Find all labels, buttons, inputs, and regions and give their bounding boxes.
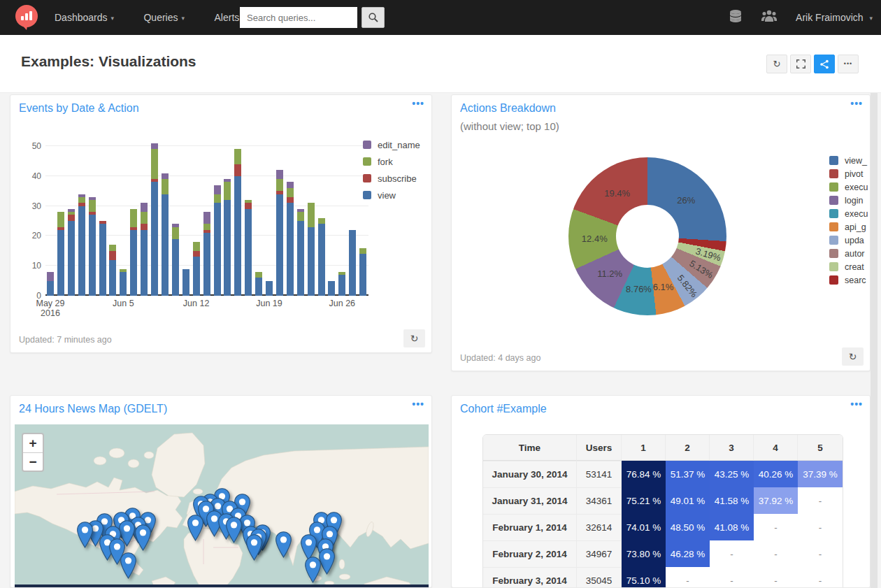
bar-segment-fork xyxy=(78,197,85,203)
widget-title-link[interactable]: 24 Hours News Map (GDELT) xyxy=(19,403,167,415)
groups-icon[interactable] xyxy=(761,9,778,26)
legend-label: edit_name xyxy=(378,140,420,150)
cohort-value-cell: 75.21 % xyxy=(622,487,666,514)
legend-item-creat[interactable]: creat xyxy=(829,260,871,273)
legend-item-pivot[interactable]: pivot xyxy=(829,167,871,180)
bar-segment-fork xyxy=(255,272,262,278)
map-marker-pin[interactable] xyxy=(275,531,292,558)
bar-chart-legend: edit_nameforksubscribeview xyxy=(363,138,420,206)
bar-segment-fork xyxy=(193,242,200,251)
fullscreen-icon xyxy=(796,59,805,69)
bar-segment-fork xyxy=(276,179,283,191)
bar-segment-view xyxy=(99,224,106,296)
map-marker-pin[interactable] xyxy=(134,524,152,551)
legend-swatch xyxy=(829,262,838,271)
legend-item-subscribe[interactable]: subscribe xyxy=(363,172,420,185)
leaflet-map[interactable]: + − xyxy=(15,424,429,588)
share-button[interactable] xyxy=(814,55,835,73)
bar-segment-view xyxy=(287,203,294,296)
legend-item-upda[interactable]: upda xyxy=(829,234,871,247)
cohort-value-cell: - xyxy=(798,567,843,588)
legend-label: view_ xyxy=(845,156,867,166)
widget-refresh-button[interactable]: ↻ xyxy=(842,347,864,366)
bar-segment-fork xyxy=(89,200,96,212)
map-marker-pin[interactable] xyxy=(120,552,137,579)
legend-item-edit_name[interactable]: edit_name xyxy=(363,138,420,151)
refresh-dashboard-button[interactable]: ↻ xyxy=(766,55,787,73)
widget-menu-button[interactable]: ••• xyxy=(850,399,863,410)
search-icon xyxy=(368,12,379,23)
y-tick-label: 10 xyxy=(22,261,41,271)
cohort-value-cell: - xyxy=(754,567,798,588)
legend-item-searc[interactable]: searc xyxy=(829,273,871,287)
cohort-value-cell: 46.28 % xyxy=(666,540,710,567)
cohort-value-cell: - xyxy=(710,567,754,588)
bar-segment-view xyxy=(141,230,148,296)
cohort-value-cell: 37.39 % xyxy=(798,461,843,487)
bar-segment-subscribe xyxy=(234,164,241,176)
donut-chart: 26%3.19%5.13%5.82%6.1%8.76%11.2%12.4%19.… xyxy=(568,157,726,315)
cohort-time-cell: February 2, 2014 xyxy=(483,540,577,567)
widget-menu-button[interactable]: ••• xyxy=(412,399,424,410)
bar-segment-view xyxy=(172,239,179,296)
widget-title-link[interactable]: Cohort #Example xyxy=(460,403,547,415)
legend-item-login[interactable]: login xyxy=(829,194,871,207)
nav-item-queries[interactable]: Queries▾ xyxy=(135,0,193,36)
bar-segment-subscribe xyxy=(109,251,116,260)
bar-segment-edit_name xyxy=(78,194,85,197)
widget-title-link[interactable]: Actions Breakdown xyxy=(460,102,556,115)
legend-item-execu[interactable]: execu xyxy=(829,207,871,220)
legend-label: subscribe xyxy=(378,173,417,184)
legend-swatch xyxy=(829,169,838,178)
map-marker-pin[interactable] xyxy=(304,557,322,583)
bar-segment-view xyxy=(151,182,158,296)
bar-segment-fork xyxy=(308,203,315,227)
bar-segment-edit_name xyxy=(224,179,231,182)
gridline xyxy=(45,145,368,146)
widget-updated-text: Updated: 4 days ago xyxy=(460,353,540,363)
bar-segment-subscribe xyxy=(276,191,283,194)
data-sources-icon[interactable] xyxy=(729,9,743,26)
fullscreen-button[interactable] xyxy=(790,55,811,73)
bar-segment-view xyxy=(349,230,356,296)
bar-chart-y-axis: 01020304050 xyxy=(22,141,41,296)
legend-item-fork[interactable]: fork xyxy=(363,155,420,168)
cohort-value-cell: 51.37 % xyxy=(666,461,710,487)
bar-segment-fork xyxy=(359,248,366,254)
cohort-row: January 30, 20145314176.84 %51.37 %43.25… xyxy=(483,461,843,487)
map-marker-pin[interactable] xyxy=(225,517,243,543)
bar-segment-view xyxy=(224,200,231,296)
bar-segment-edit_name xyxy=(141,203,148,212)
search-button[interactable] xyxy=(361,7,385,28)
bar-segment-view xyxy=(78,206,85,296)
zoom-in-button[interactable]: + xyxy=(23,434,43,452)
cohort-users-cell: 53141 xyxy=(577,461,622,487)
widget-menu-button[interactable]: ••• xyxy=(412,98,424,109)
legend-item-api_g[interactable]: api_g xyxy=(829,220,871,234)
legend-item-view[interactable]: view xyxy=(363,189,420,201)
cohort-value-cell: - xyxy=(754,540,798,567)
widget-menu-button[interactable]: ••• xyxy=(850,98,863,109)
chevron-down-icon: ▾ xyxy=(182,15,185,22)
map-marker-pin[interactable] xyxy=(76,522,94,548)
legend-label: upda xyxy=(845,236,864,245)
redash-logo-icon[interactable] xyxy=(11,2,42,33)
legend-label: api_g xyxy=(845,222,866,232)
cohort-header-cell: 2 xyxy=(666,435,710,461)
more-actions-button[interactable]: ••• xyxy=(838,55,859,73)
widget-refresh-button[interactable]: ↻ xyxy=(403,329,425,347)
bar-segment-subscribe xyxy=(151,179,158,182)
map-marker-pin[interactable] xyxy=(245,534,263,561)
map-zoom-control: + − xyxy=(22,433,44,472)
zoom-out-button[interactable]: − xyxy=(23,452,43,471)
legend-item-execu[interactable]: execu xyxy=(829,180,871,194)
map-marker-pin[interactable] xyxy=(187,515,204,541)
legend-item-view_[interactable]: view_ xyxy=(829,154,871,167)
nav-item-dashboards[interactable]: Dashboards▾ xyxy=(46,0,122,36)
search-input[interactable] xyxy=(240,7,357,28)
legend-item-autor[interactable]: autor xyxy=(829,247,871,260)
bar-segment-view xyxy=(162,194,169,296)
user-menu[interactable]: Arik Fraimovich ▾ xyxy=(796,12,873,23)
page-scrollbar[interactable] xyxy=(871,35,878,588)
widget-title-link[interactable]: Events by Date & Action xyxy=(19,102,139,115)
